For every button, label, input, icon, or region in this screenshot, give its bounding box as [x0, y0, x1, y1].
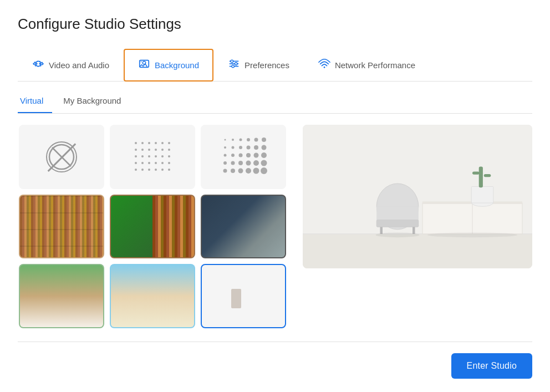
- svg-point-37: [168, 162, 170, 164]
- none-icon: [46, 141, 77, 172]
- background-item-bookshelf2[interactable]: [110, 195, 195, 259]
- svg-point-21: [141, 149, 144, 151]
- svg-point-33: [141, 162, 144, 164]
- svg-rect-86: [376, 206, 419, 221]
- svg-point-43: [168, 169, 170, 171]
- svg-point-26: [135, 155, 137, 157]
- background-item-attic[interactable]: [19, 264, 104, 328]
- tab-video-audio-label: Video and Audio: [49, 60, 109, 70]
- svg-point-56: [224, 154, 227, 156]
- background-item-dots-small[interactable]: [110, 125, 195, 189]
- svg-point-69: [231, 169, 235, 173]
- svg-point-40: [148, 169, 150, 171]
- svg-rect-88: [380, 227, 383, 234]
- svg-point-27: [141, 155, 144, 157]
- svg-point-25: [168, 149, 170, 151]
- svg-point-10: [232, 65, 235, 68]
- background-icon: [138, 58, 150, 73]
- svg-point-41: [155, 169, 157, 171]
- svg-point-29: [155, 155, 157, 157]
- svg-point-44: [225, 139, 226, 140]
- svg-rect-75: [303, 234, 532, 268]
- svg-point-50: [224, 146, 226, 149]
- preview-panel: [303, 123, 532, 333]
- svg-point-58: [239, 153, 243, 157]
- svg-point-32: [135, 162, 137, 164]
- svg-point-60: [254, 152, 259, 157]
- preferences-icon: [228, 58, 240, 73]
- svg-point-34: [148, 162, 150, 164]
- tab-navigation: Video and Audio Background: [18, 48, 532, 82]
- tab-background-label: Background: [155, 60, 199, 70]
- svg-point-51: [232, 146, 235, 149]
- page-container: Configure Studio Settings Video and Audi…: [0, 0, 550, 392]
- svg-point-35: [155, 162, 157, 164]
- svg-point-4: [141, 61, 142, 62]
- svg-point-73: [261, 167, 267, 174]
- svg-point-17: [155, 142, 157, 144]
- svg-point-63: [231, 161, 235, 165]
- svg-point-24: [161, 149, 164, 151]
- svg-point-19: [168, 142, 170, 144]
- background-grid-container: [18, 123, 289, 333]
- tab-preferences[interactable]: Preferences: [213, 49, 304, 82]
- svg-point-52: [239, 146, 242, 149]
- audio-icon: [32, 58, 44, 73]
- network-icon: [318, 58, 330, 73]
- svg-point-0: [35, 61, 40, 66]
- svg-rect-83: [472, 171, 480, 174]
- svg-point-22: [148, 149, 150, 151]
- svg-point-36: [161, 162, 164, 164]
- sub-tab-my-background-label: My Background: [63, 96, 121, 105]
- svg-rect-82: [479, 166, 483, 187]
- footer: Enter Studio: [18, 342, 532, 379]
- svg-point-54: [254, 145, 258, 150]
- page-title: Configure Studio Settings: [18, 16, 532, 33]
- tab-video-audio[interactable]: Video and Audio: [18, 49, 124, 82]
- svg-point-91: [427, 232, 517, 237]
- svg-point-30: [161, 155, 164, 157]
- svg-point-66: [253, 160, 259, 166]
- svg-point-14: [135, 142, 137, 144]
- svg-line-13: [52, 147, 71, 166]
- dots-small-pattern: [111, 126, 194, 188]
- background-grid: [18, 123, 287, 330]
- sub-tab-my-background[interactable]: My Background: [61, 91, 130, 113]
- svg-point-55: [262, 145, 267, 150]
- tab-network-label: Network Performance: [335, 60, 415, 70]
- svg-point-47: [247, 138, 250, 141]
- background-item-living[interactable]: [110, 264, 195, 328]
- svg-point-90: [375, 232, 419, 237]
- svg-point-64: [238, 161, 243, 165]
- svg-point-16: [148, 142, 150, 144]
- enter-studio-button[interactable]: Enter Studio: [451, 353, 532, 379]
- svg-point-31: [168, 155, 170, 157]
- background-item-office[interactable]: [201, 195, 286, 259]
- svg-point-46: [240, 138, 242, 141]
- svg-point-38: [135, 169, 137, 171]
- sub-tab-virtual[interactable]: Virtual: [18, 91, 52, 113]
- background-item-minimal[interactable]: [201, 264, 286, 328]
- tab-background[interactable]: Background: [124, 49, 213, 82]
- preview-image: [303, 125, 532, 268]
- svg-point-11: [324, 67, 325, 68]
- background-item-bookshelf1[interactable]: [19, 195, 104, 259]
- svg-point-45: [232, 139, 234, 141]
- background-item-dots-large[interactable]: [201, 125, 286, 189]
- svg-point-9: [235, 63, 237, 65]
- tab-network[interactable]: Network Performance: [304, 49, 430, 82]
- svg-point-68: [223, 169, 227, 172]
- svg-point-72: [253, 167, 259, 174]
- svg-point-15: [141, 142, 144, 144]
- background-item-none[interactable]: [19, 125, 104, 189]
- svg-point-49: [262, 138, 266, 142]
- background-grid-scroll[interactable]: [18, 123, 289, 333]
- svg-point-23: [155, 149, 157, 151]
- svg-point-18: [161, 142, 164, 144]
- svg-point-42: [161, 169, 164, 171]
- svg-point-28: [148, 155, 150, 157]
- svg-point-57: [231, 154, 235, 157]
- svg-point-67: [261, 160, 267, 166]
- svg-point-62: [223, 161, 227, 165]
- svg-point-59: [246, 153, 251, 157]
